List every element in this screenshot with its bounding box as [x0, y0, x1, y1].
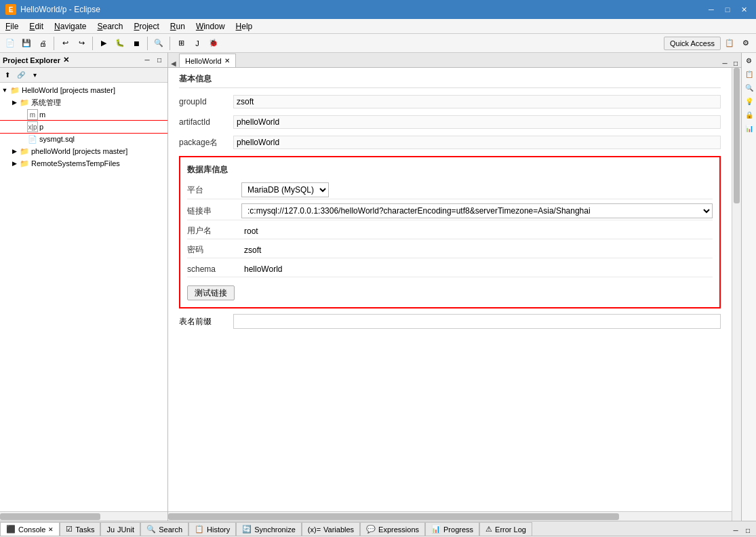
- tab-junit[interactable]: Ju JUnit: [100, 522, 140, 536]
- platform-select[interactable]: MariaDB (MySQL) MySQL PostgreSQL: [241, 182, 329, 197]
- bottom-panel: ⬛ Console ✕ ☑ Tasks Ju JUnit 🔍 Search 📋 …: [0, 521, 756, 537]
- right-panel-btn-6[interactable]: 📊: [743, 122, 755, 134]
- print-button[interactable]: 🖨: [35, 36, 50, 51]
- tab-variables[interactable]: (x)= Variables: [302, 522, 360, 536]
- perspective-java-button[interactable]: J: [190, 36, 205, 51]
- variables-icon: (x)=: [308, 525, 321, 534]
- menu-project[interactable]: Project: [128, 19, 164, 33]
- history-icon: 📋: [195, 525, 204, 534]
- form-row-groupid: groupId zsoft: [179, 94, 721, 110]
- chevron-right-icon: ▶: [11, 99, 18, 106]
- tree-item-sysmgt[interactable]: 📄 sysmgt.sql: [0, 133, 167, 145]
- open-perspective-button[interactable]: ⊞: [174, 36, 188, 51]
- remote-icon: 📁: [19, 158, 30, 169]
- h-scroll-thumb[interactable]: [0, 513, 100, 520]
- menu-navigate[interactable]: Navigate: [49, 19, 92, 33]
- eclipse-icon: E: [5, 4, 16, 15]
- tree-label-xitong: 系统管理: [31, 98, 61, 108]
- perspective-debug-button[interactable]: 🐞: [206, 36, 221, 51]
- right-panel-btn-4[interactable]: 💡: [743, 95, 755, 107]
- chevron-down-icon: ▼: [1, 87, 8, 94]
- project-explorer-h-scroll[interactable]: [0, 511, 167, 521]
- minimize-editor-button[interactable]: ─: [719, 60, 730, 67]
- tab-synchronize[interactable]: 🔄 Synchronize: [236, 522, 302, 536]
- maximize-bottom-button[interactable]: □: [742, 525, 753, 536]
- search-toolbar-button[interactable]: 🔍: [151, 36, 166, 51]
- quick-access-button[interactable]: Quick Access: [664, 37, 721, 50]
- editor-h-thumb[interactable]: [168, 513, 619, 520]
- toolbar-settings-button[interactable]: ⚙: [738, 36, 753, 51]
- debug-button[interactable]: 🐛: [113, 36, 127, 51]
- right-panel-btn-3[interactable]: 🔍: [743, 81, 755, 94]
- tab-progress[interactable]: 📊 Progress: [425, 522, 479, 536]
- run-button[interactable]: ▶: [96, 36, 111, 51]
- tab-console-label: Console: [18, 525, 45, 534]
- tree-item-p[interactable]: x|p p: [0, 121, 167, 133]
- close-window-button[interactable]: ✕: [737, 4, 751, 15]
- toolbar: 📄 💾 🖨 ↩ ↪ ▶ 🐛 ⏹ 🔍 ⊞ J 🐞 Quick Access 📋 ⚙: [0, 34, 756, 53]
- menu-file[interactable]: File: [0, 19, 24, 33]
- redo-button[interactable]: ↪: [74, 36, 89, 51]
- tab-history[interactable]: 📋 History: [188, 522, 236, 536]
- tree-item-helloworld[interactable]: ▼ 📁 HelloWorld [projects master]: [0, 84, 167, 96]
- tab-search[interactable]: 🔍 Search: [140, 522, 188, 536]
- label-platform: 平台: [187, 184, 241, 196]
- project-explorer-close-icon[interactable]: ✕: [63, 56, 69, 64]
- db-info-title: 数据库信息: [187, 164, 713, 176]
- tab-tasks[interactable]: ☑ Tasks: [60, 522, 100, 536]
- menu-edit[interactable]: Edit: [24, 19, 49, 33]
- junit-icon: Ju: [106, 525, 115, 534]
- tab-errorlog[interactable]: ⚠ Error Log: [479, 522, 532, 536]
- label-artifactid: artifactId: [179, 117, 233, 127]
- editor-v-thumb[interactable]: [734, 68, 740, 203]
- maximize-panel-button[interactable]: □: [154, 55, 165, 66]
- link-with-editor-button[interactable]: 🔗: [15, 69, 27, 81]
- editor-tab-helloworld[interactable]: HelloWorld ✕: [179, 54, 236, 67]
- editor-tab-close-icon[interactable]: ✕: [224, 57, 230, 64]
- menu-window[interactable]: Window: [191, 19, 231, 33]
- minimize-button[interactable]: ─: [704, 4, 718, 15]
- new-button[interactable]: 📄: [3, 36, 18, 51]
- expressions-icon: 💬: [366, 525, 376, 534]
- tasks-icon: ☑: [66, 525, 73, 534]
- right-panel-btn-5[interactable]: 🔒: [743, 108, 755, 121]
- right-panel-btn-1[interactable]: ⚙: [743, 54, 755, 66]
- menu-search[interactable]: Search: [92, 19, 128, 33]
- right-panel-btn-2[interactable]: 📋: [743, 68, 755, 80]
- panel-menu-button[interactable]: ▾: [28, 69, 41, 81]
- tab-expressions[interactable]: 💬 Expressions: [360, 522, 425, 536]
- editor-tab-prev[interactable]: ◀: [168, 60, 179, 67]
- title-bar-title: HelloWorld/p - Eclipse: [20, 5, 100, 14]
- stop-button[interactable]: ⏹: [129, 36, 144, 51]
- project-tree[interactable]: ▼ 📁 HelloWorld [projects master] ▶ 📁 系统管…: [0, 83, 167, 511]
- project-icon-2: 📁: [19, 146, 30, 157]
- connection-url-select[interactable]: :c:mysql://127.0.0.1:3306/helloWorld?cha…: [241, 203, 713, 218]
- label-groupid: groupId: [179, 97, 233, 106]
- undo-button[interactable]: ↩: [58, 36, 73, 51]
- editor-tabs: ◀ HelloWorld ✕ ─ □: [168, 53, 741, 68]
- folder-icon: 📁: [19, 97, 30, 108]
- table-prefix-input[interactable]: [233, 314, 721, 329]
- minimize-panel-button[interactable]: ─: [142, 55, 153, 66]
- maximize-editor-button[interactable]: □: [730, 60, 741, 67]
- tree-item-xitong[interactable]: ▶ 📁 系统管理: [0, 96, 167, 108]
- save-button[interactable]: 💾: [19, 36, 34, 51]
- maximize-button[interactable]: □: [721, 4, 734, 15]
- toolbar-menu-button[interactable]: 📋: [722, 36, 737, 51]
- editor-v-scroll[interactable]: [732, 68, 741, 521]
- tab-expressions-label: Expressions: [378, 525, 419, 534]
- test-connection-button[interactable]: 测试链接: [187, 285, 235, 300]
- tree-item-phelloworld[interactable]: ▶ 📁 phelloWorld [projects master]: [0, 145, 167, 157]
- file-icon-p: x|p: [27, 121, 38, 132]
- project-icon: 📁: [9, 85, 20, 96]
- tab-console[interactable]: ⬛ Console ✕: [0, 522, 60, 536]
- minimize-bottom-button[interactable]: ─: [730, 525, 741, 536]
- tree-item-remote[interactable]: ▶ 📁 RemoteSystemsTempFiles: [0, 157, 167, 170]
- editor-h-scroll[interactable]: [168, 511, 732, 521]
- menu-run[interactable]: Run: [165, 19, 191, 33]
- menu-help[interactable]: Help: [231, 19, 258, 33]
- collapse-all-button[interactable]: ⬆: [1, 69, 14, 81]
- bottom-panel-controls: ─ □: [728, 525, 756, 536]
- tab-console-close[interactable]: ✕: [48, 526, 54, 533]
- tree-item-m[interactable]: m m: [0, 108, 167, 121]
